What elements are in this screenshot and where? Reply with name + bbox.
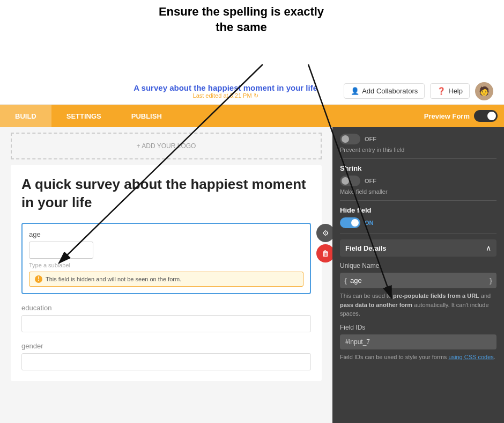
person-icon: 👤 [351,87,359,95]
hide-field-title: Hide field [340,206,496,214]
field-ids-desc: Field IDs can be used to style your form… [340,353,496,362]
unique-name-input-row: { } [340,273,496,288]
preview-form-switch[interactable] [474,110,498,122]
delete-button[interactable]: 🗑 [316,244,332,262]
field-id-box: #input_7 [340,334,496,349]
gender-input[interactable] [21,353,311,370]
main-content: + ADD YOUR LOGO A quick survey about the… [0,127,332,423]
nav-tab-build[interactable]: BUILD [0,105,51,127]
unique-name-label: Unique Name [340,262,496,269]
shrink-toggle[interactable] [340,176,360,186]
field-details-header[interactable]: Field Details ∧ [340,239,496,257]
hide-field-toggle-label: ON [365,220,374,226]
hide-field-toggle[interactable] [340,217,360,228]
field-details-title: Field Details [345,244,387,252]
avatar[interactable]: 🧑 [475,82,493,100]
annotation-text: Ensure the spelling is exactly the same [150,4,332,35]
field-age[interactable]: age Type a sublabel ! This field is hidd… [21,223,311,294]
preview-form-toggle[interactable]: Preview Form [424,110,498,122]
gender-label: gender [21,342,311,350]
age-sublabel: Type a sublabel [29,262,303,268]
unique-name-desc: This can be used to pre-populate fields … [340,291,496,318]
form-card: A quick survey about the happiest moment… [11,165,322,381]
last-edited: Last edited at 3:21 PM ↻ [107,92,344,99]
prevent-entry-toggle-label: OFF [365,136,376,142]
gear-button[interactable]: ⚙ [316,224,332,242]
survey-title: A survey about the happiest moment in yo… [107,83,344,92]
education-input[interactable] [21,315,311,332]
right-panel: OFF Prevent entry in this field Shrink O… [332,127,504,423]
field-gender[interactable]: gender [21,342,311,370]
prevent-entry-toggle[interactable] [340,134,360,144]
add-collaborators-button[interactable]: 👤 Add Collaborators [344,83,425,99]
logo-placeholder[interactable]: + ADD YOUR LOGO [11,133,322,159]
close-brace: } [490,276,492,285]
field-action-buttons: ⚙ 🗑 [316,224,332,262]
age-hidden-warning: ! This field is hidden and will not be s… [29,272,303,287]
hide-field-row: ON [340,217,496,228]
age-input[interactable] [29,242,93,259]
nav-tab-publish[interactable]: PUBLISH [116,105,177,127]
help-button[interactable]: ❓ Help [430,83,470,99]
field-ids-label: Field IDs [340,324,496,331]
shrink-title: Shrink [340,164,496,172]
education-label: education [21,304,311,312]
header-actions: 👤 Add Collaborators ❓ Help 🧑 [344,82,493,100]
unique-name-input[interactable] [347,273,490,288]
prevent-entry-desc: Prevent entry in this field [340,147,496,153]
warning-icon: ! [35,275,42,283]
chevron-up-icon: ∧ [486,244,491,252]
age-label: age [29,230,303,238]
question-icon: ❓ [437,87,446,95]
navbar: BUILD SETTINGS PUBLISH Preview Form [0,105,504,127]
form-title: A quick survey about the happiest moment… [21,176,311,212]
shrink-desc: Make field smaller [340,188,496,195]
header: A survey about the happiest moment in yo… [0,78,504,105]
prevent-entry-row: OFF [340,134,496,144]
field-education[interactable]: education [21,304,311,332]
shrink-toggle-label: OFF [365,178,376,184]
css-codes-link[interactable]: using CSS codes [448,354,493,360]
header-title: A survey about the happiest moment in yo… [107,83,344,99]
shrink-row: OFF [340,176,496,186]
nav-tab-settings[interactable]: SETTINGS [51,105,116,127]
